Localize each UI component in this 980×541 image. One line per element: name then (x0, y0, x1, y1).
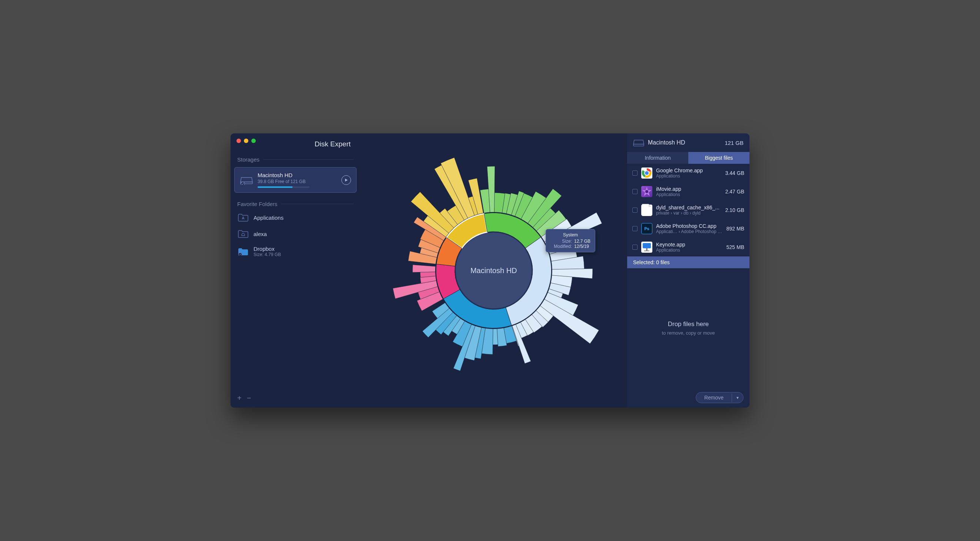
svg-rect-5 (633, 144, 644, 146)
svg-rect-13 (646, 248, 648, 250)
file-checkbox[interactable] (632, 189, 638, 194)
file-meta: iMovie.appApplications (656, 186, 722, 197)
remove-button-label: Remove (696, 392, 732, 403)
drop-zone-title: Drop files here (668, 320, 709, 328)
biggest-files-list: Google Chrome.appApplications3.44 GBiMov… (627, 164, 749, 256)
file-meta: Google Chrome.appApplications (656, 167, 722, 178)
segment-tooltip: System Size:12.7 GB Modified:12/5/19 (546, 229, 595, 252)
sunburst-area: Macintosh HD System Size:12.7 GB Modifie… (360, 134, 627, 407)
drop-zone[interactable]: Drop files here to remove, copy or move (627, 268, 749, 388)
drop-zone-subtitle: to remove, copy or move (662, 330, 714, 336)
storage-name: Macintosh HD (258, 172, 337, 178)
file-size: 2.47 GB (725, 189, 744, 194)
divider (263, 159, 353, 160)
scan-button[interactable] (341, 175, 351, 185)
remove-button-dropdown[interactable]: ▼ (732, 393, 743, 402)
favorites-header: Favorite Folders (231, 199, 360, 209)
window-controls (237, 138, 256, 143)
file-size: 892 MB (727, 226, 744, 232)
file-meta: Keynote.appApplications (656, 242, 723, 253)
tooltip-modified-key: Modified: (550, 244, 572, 249)
right-panel: Macintosh HD 121 GB Information Biggest … (627, 134, 749, 407)
tabs: Information Biggest files (627, 152, 749, 164)
storages-label: Storages (237, 156, 259, 163)
favorite-sub: Size: 4.79 GB (253, 252, 281, 257)
disk-icon (633, 138, 644, 147)
tooltip-title: System (550, 232, 590, 237)
file-row[interactable]: dyld_shared_cache_x86_...private › var ›… (627, 201, 749, 220)
file-path: private › var › db › dyld (656, 210, 722, 216)
file-name: Google Chrome.app (656, 167, 722, 173)
file-path: Applications (656, 248, 723, 253)
favorite-name: alexa (253, 231, 267, 237)
file-path: Applications (656, 192, 722, 197)
sidebar: Disk Expert Storages Macintosh HD 39.8 G… (231, 134, 360, 407)
sunburst-chart[interactable] (364, 141, 624, 400)
add-favorite-button[interactable]: + (237, 394, 242, 403)
storage-subtitle: 39.8 GB Free of 121 GB (258, 179, 337, 184)
favorite-folder-dropbox[interactable]: Dropbox Size: 4.79 GB (231, 242, 360, 261)
favorite-name: Applications (253, 215, 283, 221)
file-meta: dyld_shared_cache_x86_...private › var ›… (656, 205, 722, 216)
file-path: Applications (656, 173, 722, 178)
file-row[interactable]: Keynote.appApplications525 MB (627, 238, 749, 256)
svg-rect-12 (643, 243, 651, 248)
svg-point-2 (239, 253, 242, 256)
svg-point-11 (645, 190, 648, 193)
file-checkbox[interactable] (632, 207, 638, 213)
applications-folder-icon (238, 213, 248, 222)
file-name: Keynote.app (656, 242, 723, 248)
file-name: iMovie.app (656, 186, 722, 192)
keynote-app-icon (641, 242, 652, 253)
favorite-folder-applications[interactable]: Applications (231, 209, 360, 226)
blank-app-icon (641, 205, 652, 216)
tooltip-modified-value: 12/5/19 (574, 244, 589, 249)
file-checkbox[interactable] (632, 170, 638, 176)
ps-app-icon: Ps (641, 223, 652, 234)
file-checkbox[interactable] (632, 226, 638, 231)
chrome-app-icon (641, 167, 652, 178)
remove-button[interactable]: Remove ▼ (696, 392, 743, 403)
right-panel-disk-name: Macintosh HD (648, 139, 721, 146)
file-row[interactable]: PsAdobe Photoshop CC.appApplicati… › Ado… (627, 220, 749, 238)
home-folder-icon (238, 229, 248, 238)
file-path: Applicati… › Adobe Photoshop CC (656, 229, 723, 234)
file-row[interactable]: Google Chrome.appApplications3.44 GB (627, 164, 749, 182)
divider (281, 204, 353, 204)
minimize-window-button[interactable] (244, 138, 248, 143)
app-window: Disk Expert Storages Macintosh HD 39.8 G… (231, 134, 749, 407)
favorites-label: Favorite Folders (237, 201, 277, 207)
tooltip-size-key: Size: (550, 239, 572, 244)
right-panel-footer: Remove ▼ (627, 388, 749, 407)
storages-header: Storages (231, 154, 360, 165)
tab-biggest-files[interactable]: Biggest files (688, 152, 749, 164)
remove-favorite-button[interactable]: − (247, 394, 251, 403)
storage-info: Macintosh HD 39.8 GB Free of 121 GB (258, 172, 337, 188)
file-row[interactable]: iMovie.appApplications2.47 GB (627, 182, 749, 201)
file-checkbox[interactable] (632, 245, 638, 250)
svg-rect-14 (644, 250, 649, 251)
zoom-window-button[interactable] (251, 138, 256, 143)
tab-information[interactable]: Information (627, 152, 688, 164)
dropbox-folder-icon (238, 247, 248, 256)
selected-count-bar: Selected: 0 files (627, 256, 749, 268)
right-panel-disk-size: 121 GB (725, 140, 743, 146)
favorite-folder-alexa[interactable]: alexa (231, 226, 360, 242)
storage-usage-bar (258, 186, 310, 188)
imovie-app-icon (641, 186, 652, 197)
storage-card-macintosh-hd[interactable]: Macintosh HD 39.8 GB Free of 121 GB (234, 167, 356, 193)
tooltip-size-value: 12.7 GB (574, 239, 590, 244)
file-size: 3.44 GB (725, 170, 744, 176)
close-window-button[interactable] (237, 138, 241, 143)
file-size: 525 MB (727, 244, 744, 250)
sidebar-footer: + − (231, 389, 360, 407)
file-name: Adobe Photoshop CC.app (656, 223, 723, 229)
disk-icon (240, 175, 253, 185)
file-meta: Adobe Photoshop CC.appApplicati… › Adobe… (656, 223, 723, 234)
svg-point-3 (455, 232, 532, 309)
file-name: dyld_shared_cache_x86_... (656, 205, 722, 210)
favorite-name: Dropbox (253, 246, 281, 252)
right-panel-header: Macintosh HD 121 GB (627, 134, 749, 152)
file-size: 2.10 GB (725, 207, 744, 213)
